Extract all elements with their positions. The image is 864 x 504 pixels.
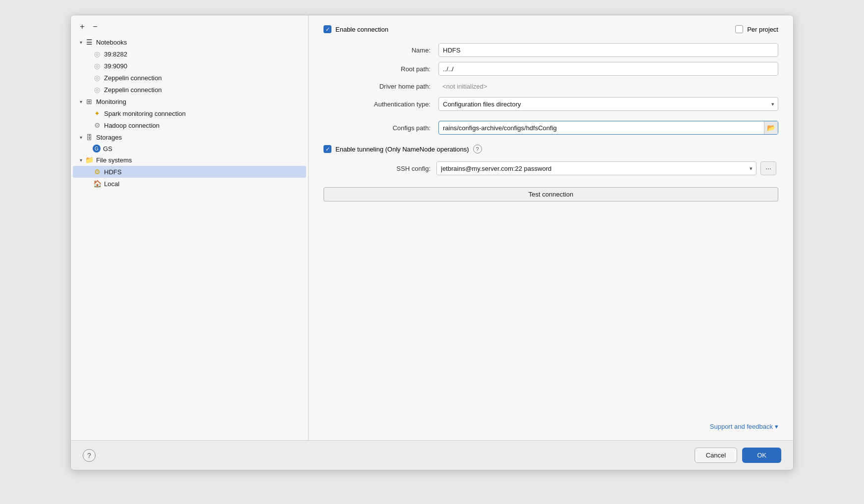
auth-type-label: Authentication type:	[324, 101, 432, 108]
monitoring-icon: ⊞	[85, 97, 94, 106]
support-feedback-chevron-icon: ▾	[775, 423, 778, 430]
per-project-row: Per project	[735, 25, 778, 33]
spark-label: Spark monitoring connection	[104, 110, 186, 117]
sidebar-item-zep2[interactable]: ▾ ◎ Zeppelin connection	[73, 84, 306, 96]
nb1-label: 39:8282	[104, 50, 127, 58]
help-button[interactable]: ?	[83, 449, 96, 462]
gs-label: GS	[103, 145, 112, 152]
remove-button[interactable]: −	[90, 21, 101, 32]
notebook-icon-1: ◎	[93, 50, 102, 58]
sidebar-item-spark[interactable]: ▾ ✦ Spark monitoring connection	[73, 107, 306, 119]
tunneling-row: ✓ Enable tunneling (Only NameNode operat…	[324, 145, 778, 153]
folder-icon: 📂	[767, 124, 775, 132]
ssh-select-wrapper: jetbrains@my.server.com:22 password ▾	[436, 161, 756, 175]
enable-connection-row: ✓ Enable connection	[324, 25, 388, 33]
auth-type-select[interactable]: Configuration files directory Simple Ker…	[438, 97, 778, 111]
notebooks-label: Notebooks	[96, 39, 127, 46]
per-project-checkbox[interactable]	[735, 25, 743, 33]
sidebar-item-monitoring[interactable]: ▾ ⊞ Monitoring	[73, 96, 306, 107]
local-icon: 🏠	[93, 179, 102, 188]
filesystems-icon: 📁	[85, 155, 94, 164]
checkmark: ✓	[325, 27, 330, 32]
zep1-label: Zeppelin connection	[104, 74, 162, 82]
arrow-storages: ▾	[77, 133, 85, 141]
driver-home-label: Driver home path:	[324, 83, 432, 90]
toolbar: + −	[71, 19, 308, 36]
zeppelin-icon-1: ◎	[93, 73, 102, 82]
hdfs-icon: ⚙	[93, 167, 102, 176]
name-label: Name:	[324, 47, 432, 54]
ssh-config-select[interactable]: jetbrains@my.server.com:22 password	[436, 161, 756, 175]
configs-path-label: Configs path:	[324, 124, 432, 132]
nb2-label: 39:9090	[104, 62, 127, 70]
add-button[interactable]: +	[77, 21, 88, 32]
test-connection-button[interactable]: Test connection	[324, 187, 778, 202]
sidebar-item-zep1[interactable]: ▾ ◎ Zeppelin connection	[73, 72, 306, 84]
ssh-more-button[interactable]: ···	[760, 161, 776, 175]
ok-button[interactable]: OK	[742, 448, 781, 463]
sidebar-item-filesystems[interactable]: ▾ 📁 File systems	[73, 154, 306, 166]
root-path-label: Root path:	[324, 65, 432, 73]
form-grid: Name: Root path: Driver home path: <not …	[324, 43, 778, 111]
root-path-input[interactable]	[438, 62, 778, 76]
zep2-label: Zeppelin connection	[104, 86, 162, 94]
notebook-icon-2: ◎	[93, 61, 102, 70]
tunneling-help-icon[interactable]: ?	[473, 145, 482, 153]
driver-home-value: <not initialized>	[438, 81, 778, 92]
storages-label: Storages	[96, 134, 122, 141]
cancel-button[interactable]: Cancel	[695, 448, 737, 463]
configs-path-input[interactable]	[439, 122, 764, 134]
tunneling-checkbox[interactable]: ✓	[324, 145, 331, 153]
left-panel: + − ▾ ☰ Notebooks ▾ ◎ 39:8282 ▾ ◎	[71, 15, 309, 440]
ssh-config-label: SSH config:	[324, 165, 432, 172]
spark-icon: ✦	[93, 109, 102, 118]
tunneling-label: Enable tunneling (Only NameNode operatio…	[335, 146, 469, 153]
gs-icon: G	[93, 145, 101, 152]
enable-connection-label: Enable connection	[335, 26, 388, 33]
sidebar-item-nb2[interactable]: ▾ ◎ 39:9090	[73, 60, 306, 72]
sidebar-item-gs[interactable]: ▾ G GS	[73, 143, 306, 154]
hdfs-label: HDFS	[104, 168, 121, 176]
tunneling-checkmark: ✓	[325, 147, 330, 152]
sidebar-item-notebooks[interactable]: ▾ ☰ Notebooks	[73, 36, 306, 48]
bottom-bar: ? Cancel OK	[71, 440, 793, 470]
sidebar-item-local[interactable]: ▾ 🏠 Local	[73, 178, 306, 190]
bottom-buttons: Cancel OK	[695, 448, 781, 463]
enable-connection-checkbox[interactable]: ✓	[324, 25, 331, 33]
support-feedback-label: Support and feedback	[710, 423, 773, 430]
storages-icon: 🗄	[85, 133, 94, 142]
help-icon: ?	[87, 452, 91, 459]
sidebar-item-nb1[interactable]: ▾ ◎ 39:8282	[73, 48, 306, 60]
auth-type-wrapper: Configuration files directory Simple Ker…	[438, 97, 778, 111]
arrow-monitoring: ▾	[77, 98, 85, 105]
filesystems-label: File systems	[96, 156, 132, 164]
per-project-label: Per project	[747, 26, 778, 33]
more-dots-icon: ···	[765, 164, 771, 172]
sidebar-item-hadoop[interactable]: ▾ ⚙ Hadoop connection	[73, 119, 306, 131]
hadoop-label: Hadoop connection	[104, 122, 160, 129]
support-feedback-link[interactable]: Support and feedback ▾	[710, 423, 778, 430]
hadoop-icon: ⚙	[93, 121, 102, 130]
configs-path-folder-button[interactable]: 📂	[764, 121, 778, 135]
arrow-filesystems: ▾	[77, 156, 85, 164]
local-label: Local	[104, 180, 119, 188]
ssh-config-row: SSH config: jetbrains@my.server.com:22 p…	[324, 161, 778, 175]
arrow-notebooks: ▾	[77, 38, 85, 46]
zeppelin-icon-2: ◎	[93, 85, 102, 94]
monitoring-label: Monitoring	[96, 98, 126, 105]
name-input[interactable]	[438, 43, 778, 57]
configs-path-wrapper: 📂	[438, 121, 778, 135]
tree: ▾ ☰ Notebooks ▾ ◎ 39:8282 ▾ ◎ 39:9090 ▾ …	[71, 36, 308, 440]
sidebar-item-hdfs[interactable]: ▾ ⚙ HDFS	[73, 166, 306, 178]
sidebar-item-storages[interactable]: ▾ 🗄 Storages	[73, 131, 306, 143]
configs-path-row: Configs path: 📂	[324, 121, 778, 135]
right-panel: ✓ Enable connection Per project Name: Ro…	[309, 15, 793, 440]
top-row: ✓ Enable connection Per project	[324, 25, 778, 33]
notebooks-icon: ☰	[85, 38, 94, 47]
